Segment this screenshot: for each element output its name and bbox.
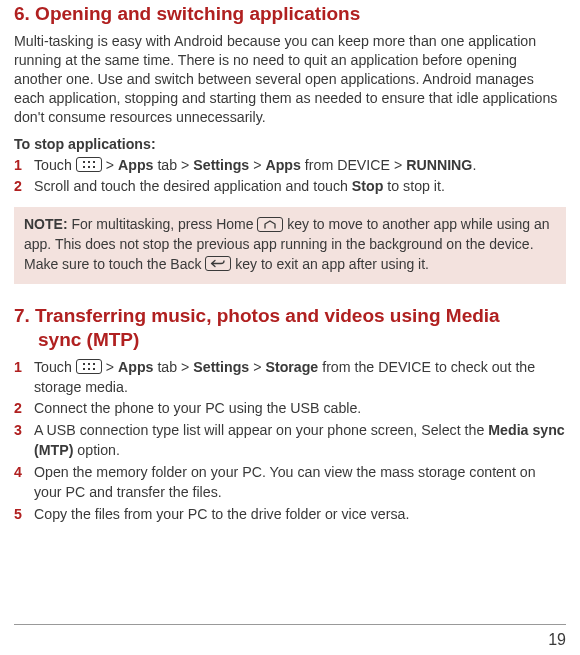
svg-rect-7	[88, 363, 90, 365]
svg-rect-10	[88, 368, 90, 370]
step-number: 1	[14, 358, 34, 378]
text: Scroll and touch the desired application…	[34, 178, 352, 194]
svg-rect-9	[83, 368, 85, 370]
svg-rect-8	[93, 363, 95, 365]
text: tab >	[153, 359, 193, 375]
list-item: 1 Touch > Apps tab > Settings > Apps fro…	[14, 156, 566, 176]
text: >	[249, 157, 265, 173]
list-item: 3 A USB connection type list will appear…	[14, 421, 566, 461]
text: >	[102, 157, 118, 173]
note-label: NOTE:	[24, 216, 68, 232]
section7-steps: 1 Touch > Apps tab > Settings > Storage …	[14, 358, 566, 525]
text: Copy the files from your PC to the drive…	[34, 505, 566, 525]
heading-line2: sync (MTP)	[14, 329, 139, 350]
text: Settings	[193, 157, 249, 173]
svg-rect-11	[93, 368, 95, 370]
text: Apps	[118, 157, 153, 173]
note-box: NOTE: For multitasking, press Home key t…	[14, 207, 566, 284]
text: tab >	[153, 157, 193, 173]
back-key-icon	[205, 256, 231, 271]
text: Open the memory folder on your PC. You c…	[34, 463, 566, 503]
page-number: 19	[548, 631, 566, 649]
svg-rect-5	[93, 166, 95, 168]
section7-heading: 7. Transferring music, photos and videos…	[14, 304, 566, 352]
text: RUNNING	[406, 157, 472, 173]
manual-page: 6. Opening and switching applications Mu…	[0, 0, 580, 545]
step-number: 2	[14, 177, 34, 197]
text: >	[102, 359, 118, 375]
home-grid-icon	[76, 157, 102, 172]
stop-apps-header: To stop applications:	[14, 136, 566, 152]
svg-rect-2	[93, 161, 95, 163]
text: to stop it.	[383, 178, 445, 194]
list-item: 2 Connect the phone to your PC using the…	[14, 399, 566, 419]
section6-steps: 1 Touch > Apps tab > Settings > Apps fro…	[14, 156, 566, 198]
step-number: 2	[14, 399, 34, 419]
text: from DEVICE >	[301, 157, 406, 173]
list-item: 4 Open the memory folder on your PC. You…	[14, 463, 566, 503]
text: Stop	[352, 178, 384, 194]
step-number: 1	[14, 156, 34, 176]
text: Apps	[118, 359, 153, 375]
text: Apps	[265, 157, 300, 173]
text: Connect the phone to your PC using the U…	[34, 399, 566, 419]
text: .	[472, 157, 476, 173]
home-key-icon	[257, 217, 283, 232]
step-number: 5	[14, 505, 34, 525]
home-grid-icon	[76, 359, 102, 374]
heading-line1: 7. Transferring music, photos and videos…	[14, 305, 500, 326]
step-number: 3	[14, 421, 34, 441]
text: Touch	[34, 157, 76, 173]
text: Storage	[265, 359, 318, 375]
step-number: 4	[14, 463, 34, 483]
svg-rect-1	[88, 161, 90, 163]
section6-heading: 6. Opening and switching applications	[14, 2, 566, 26]
svg-rect-3	[83, 166, 85, 168]
note-text: key to exit an app after using it.	[231, 256, 429, 272]
svg-rect-0	[83, 161, 85, 163]
text: Touch	[34, 359, 76, 375]
list-item: 1 Touch > Apps tab > Settings > Storage …	[14, 358, 566, 398]
note-text: For multitasking, press Home	[68, 216, 258, 232]
svg-rect-6	[83, 363, 85, 365]
section6-intro: Multi-tasking is easy with Android becau…	[14, 32, 566, 128]
svg-rect-4	[88, 166, 90, 168]
text: A USB connection type list will appear o…	[34, 422, 488, 438]
text: option.	[73, 442, 120, 458]
list-item: 5 Copy the files from your PC to the dri…	[14, 505, 566, 525]
footer-rule	[14, 624, 566, 625]
text: Settings	[193, 359, 249, 375]
list-item: 2 Scroll and touch the desired applicati…	[14, 177, 566, 197]
text: >	[249, 359, 265, 375]
